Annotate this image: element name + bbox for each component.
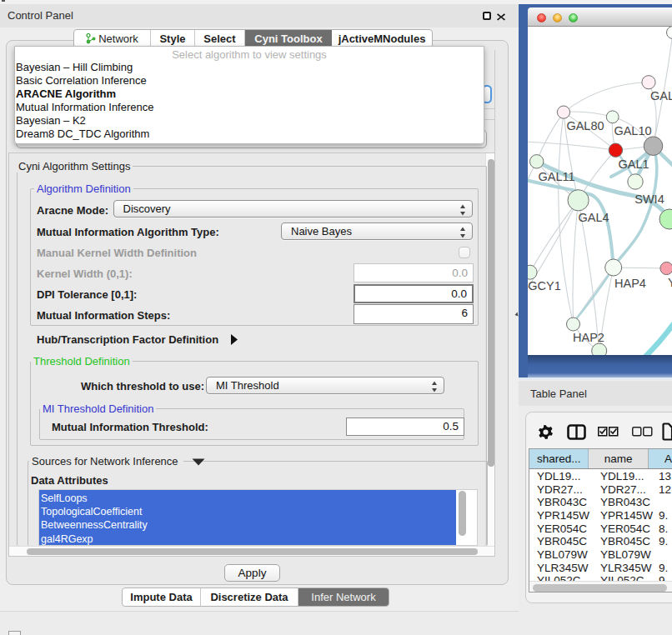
svg-text:GAL: GAL <box>650 89 672 102</box>
svg-text:GAL11: GAL11 <box>539 170 575 183</box>
svg-text:GAL10: GAL10 <box>614 124 651 138</box>
svg-text:GAL4: GAL4 <box>578 211 609 224</box>
svg-text:SWI4: SWI4 <box>634 192 664 206</box>
svg-text:Y: Y <box>668 276 672 289</box>
svg-text:HAP2: HAP2 <box>573 331 604 344</box>
svg-text:HAP4: HAP4 <box>614 277 646 290</box>
svg-text:GAL1: GAL1 <box>618 158 649 171</box>
svg-text:GAL80: GAL80 <box>566 119 604 132</box>
svg-text:GCY1: GCY1 <box>528 279 561 292</box>
